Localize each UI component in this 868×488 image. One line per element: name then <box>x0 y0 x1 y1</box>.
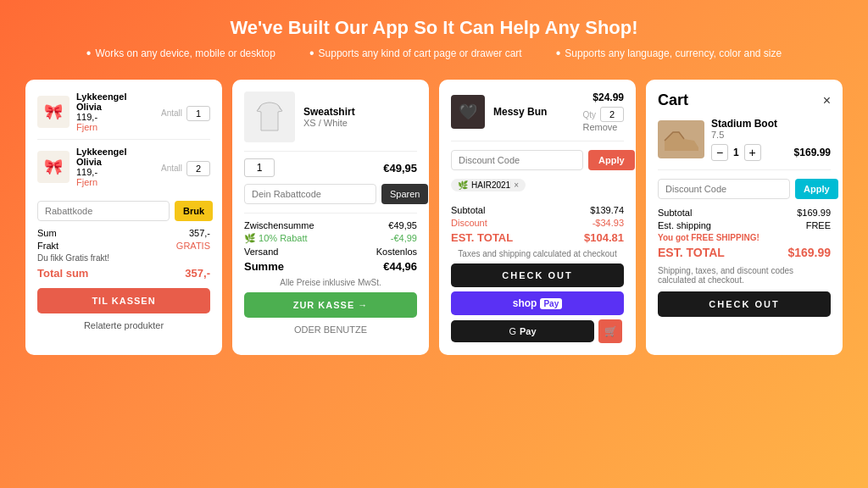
discount-value-3: -$34.93 <box>593 218 624 228</box>
total-row-1: Total sum 357,- <box>37 267 210 280</box>
zwischensumme-label: Zwischensumme <box>244 220 314 230</box>
tag-close-icon[interactable]: × <box>514 180 519 190</box>
qty-controls-4: − 1 + <box>711 144 761 161</box>
discount-input-3[interactable] <box>451 150 583 170</box>
product-details-2: Sweatshirt XS / White <box>303 106 355 128</box>
pay-badge: Pay <box>540 298 562 309</box>
qty-input-1[interactable] <box>186 106 210 121</box>
total-label-4: EST. TOTAL <box>658 246 725 259</box>
apply-button-3[interactable]: Apply <box>588 150 635 170</box>
close-button[interactable]: × <box>823 93 831 108</box>
gpay-button[interactable]: G Pay <box>451 320 594 342</box>
product-row-3: 🖤 Messy Bun $24.99 Qty Remove <box>451 92 624 141</box>
subtotal-row-4: Subtotal $169.99 <box>658 208 831 218</box>
checkout-button-2[interactable]: ZUR KASSE → <box>244 292 417 318</box>
feature-3: Supports any language, currency, color a… <box>556 46 782 61</box>
feature-list: Works on any device, mobile or desktop S… <box>86 46 782 61</box>
total-row-3: EST. TOTAL $104.81 <box>451 231 624 244</box>
qty-input-2[interactable] <box>186 161 210 176</box>
zwischensumme-row: Zwischensumme €49,95 <box>244 220 417 230</box>
feature-2: Supports any kind of cart page or drawer… <box>309 46 522 61</box>
feature-1: Works on any device, mobile or desktop <box>86 46 275 61</box>
sum-row: Sum 357,- <box>37 228 210 238</box>
oder-label: ODER BENUTZE <box>244 324 417 335</box>
total-value-3: $104.81 <box>584 231 624 244</box>
total-value-1: 357,- <box>185 267 210 280</box>
qty-decrease-button[interactable]: − <box>711 144 728 161</box>
summe-label: Summe <box>244 260 284 273</box>
product-row-4: Stadium Boot 7.5 − 1 + $169.99 <box>658 118 831 170</box>
product-name-3: Messy Bun <box>493 106 574 118</box>
qty-increase-button[interactable]: + <box>744 144 761 161</box>
card-cart-drawer: Cart × Stadium Boot 7.5 − 1 + <box>646 80 843 355</box>
remove-button-2[interactable]: Fjern <box>76 177 154 187</box>
pay-label: Pay <box>520 326 537 336</box>
total-label-1: Total sum <box>37 267 88 280</box>
boot-img <box>658 120 704 158</box>
qty-row-2: Antall <box>161 161 210 176</box>
product-price-1: 119,- <box>76 112 154 122</box>
shipping-label-4: Est. shipping <box>658 220 711 230</box>
mwst-note: Alle Preise inklusive MwSt. <box>244 278 417 287</box>
sum-value: 357,- <box>189 228 210 238</box>
cart-icon-button[interactable]: 🛒 <box>598 319 622 343</box>
apply-button-4[interactable]: Apply <box>795 179 838 199</box>
shipping-value-4: FREE <box>806 220 831 230</box>
subtotal-row-3: Subtotal $139.74 <box>451 205 624 215</box>
qty-price-4: − 1 + $169.99 <box>711 144 831 161</box>
frakt-row: Frakt GRATIS <box>37 241 210 251</box>
summary-section-2: Zwischensumme €49,95 🌿 10% Rabatt -€4,99… <box>244 213 417 273</box>
subtotal-value-4: $169.99 <box>797 208 831 218</box>
price-2: €49,95 <box>383 162 417 175</box>
checkout-button-4[interactable]: CHECK OUT <box>658 291 831 317</box>
qty-number-4: 1 <box>733 147 739 158</box>
product-name-1: Lykkeengel Olivia <box>76 92 154 112</box>
discount-section-4: Apply <box>658 179 831 199</box>
card-norwegian: 🎀 Lykkeengel Olivia 119,- Fjern Antall 🎀… <box>25 80 222 355</box>
summe-value: €44,96 <box>383 260 417 273</box>
discount-section-2: Sparen <box>244 184 417 204</box>
product-size-4: 7.5 <box>711 130 831 140</box>
qty-price-2: €49,95 <box>244 151 417 177</box>
product-row-2: 🎀 Lykkeengel Olivia 119,- Fjern Antall <box>37 147 210 194</box>
rabatt-value: -€4,99 <box>391 233 417 244</box>
discount-input-4[interactable] <box>658 179 790 199</box>
sweatshirt-img <box>244 92 295 142</box>
free-shipping-note: Du fikk Gratis frakt! <box>37 253 210 263</box>
discount-section-3: Apply <box>451 150 624 170</box>
total-label-3: EST. TOTAL <box>451 231 513 244</box>
qty-section-1: Antall <box>161 103 210 121</box>
rabatt-label: 🌿 10% Rabatt <box>244 233 308 244</box>
qty-row-3: Qty <box>582 107 624 122</box>
shopify-pay-button[interactable]: shop Pay <box>451 291 624 315</box>
product-img-2: 🎀 <box>37 151 70 183</box>
qty-row-1: Antall <box>161 106 210 121</box>
qty-input-4[interactable] <box>600 107 624 122</box>
versand-value: Kostenlos <box>376 247 417 257</box>
product-title-2: Sweatshirt <box>303 106 355 118</box>
remove-button-1[interactable]: Fjern <box>76 122 154 132</box>
qty-label-1: Antall <box>161 108 182 118</box>
discount-input-2[interactable] <box>244 184 376 204</box>
sum-label: Sum <box>37 228 57 238</box>
product-price-4: $169.99 <box>794 147 831 158</box>
cards-container: 🎀 Lykkeengel Olivia 119,- Fjern Antall 🎀… <box>25 80 843 355</box>
tax-note-3: Taxes and shipping calculated at checkou… <box>451 249 624 258</box>
checkout-button-1[interactable]: TIL KASSEN <box>37 288 210 313</box>
sparen-button[interactable]: Sparen <box>381 184 428 204</box>
zwischensumme-value: €49,95 <box>388 220 417 230</box>
product-name-2: Lykkeengel Olivia <box>76 147 154 167</box>
related-products-label: Relaterte produkter <box>37 320 210 330</box>
product-name-4: Stadium Boot <box>711 118 831 130</box>
qty-section-2: Antall <box>161 158 210 176</box>
product-variant-2: XS / White <box>303 118 355 128</box>
bruk-button[interactable]: Bruk <box>175 201 213 221</box>
qty-input-3[interactable] <box>244 158 275 177</box>
card-messy-bun: 🖤 Messy Bun $24.99 Qty Remove Apply 🌿 HA… <box>439 80 636 355</box>
tax-note-4: Shipping, taxes, and discount codes calc… <box>658 266 831 285</box>
checkout-button-3[interactable]: CHECK OUT <box>451 263 624 287</box>
remove-button-3[interactable]: Remove <box>582 122 624 132</box>
product-info-4: Stadium Boot 7.5 − 1 + $169.99 <box>711 118 831 161</box>
discount-input-1[interactable] <box>37 201 170 221</box>
frakt-label: Frakt <box>37 241 58 251</box>
